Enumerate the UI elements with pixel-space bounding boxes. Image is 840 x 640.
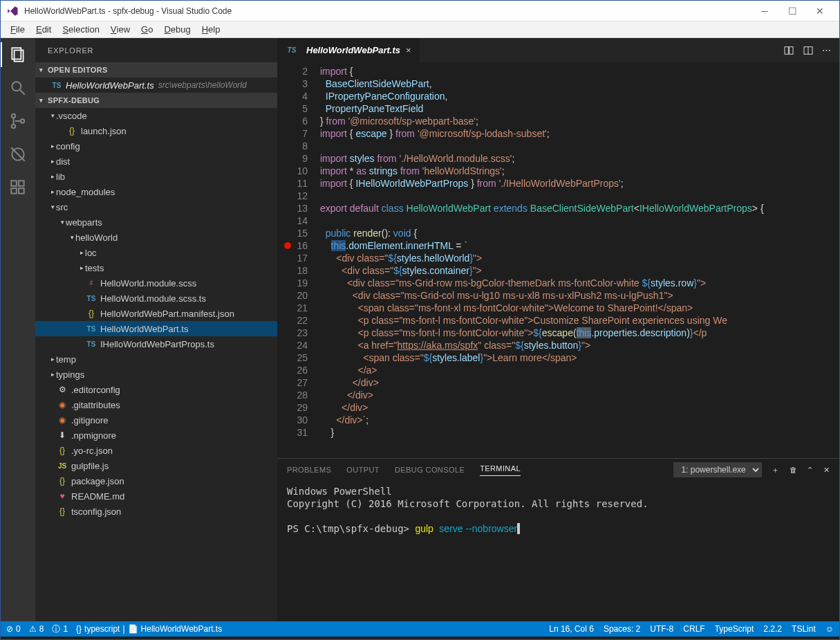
close-panel-icon[interactable]: ✕ [823,466,830,475]
folder-item[interactable]: ▸loc [35,245,277,260]
debug-icon[interactable] [8,145,28,164]
status-info[interactable]: ⓘ1 [52,623,68,635]
folder-item[interactable]: ▾webparts [35,214,277,230]
feedback-icon[interactable]: ☺ [825,624,834,634]
source-control-icon[interactable] [8,111,28,131]
close-button[interactable]: ✕ [806,6,834,17]
folder-item[interactable]: ▸config [35,138,277,154]
status-version[interactable]: 2.2.2 [763,624,782,634]
ts-icon: TS [85,295,97,302]
file-item[interactable]: ⚙.editorconfig [35,382,277,397]
minimize-button[interactable]: ─ [751,6,778,17]
panel-tab-output[interactable]: OUTPUT [346,466,380,474]
file-item[interactable]: ♥README.md [35,488,277,504]
file-name: lib [56,172,65,182]
npm-icon: ⬇ [56,430,68,440]
status-language-mode[interactable]: TypeScript [715,624,754,634]
menu-go[interactable]: Go [136,21,158,37]
open-editor-item[interactable]: TS HelloWorldWebPart.ts src\webparts\hel… [35,77,277,93]
status-indent[interactable]: Spaces: 2 [604,624,640,634]
status-typescript[interactable]: {}typescript|📄HelloWorldWebPart.ts [76,624,222,634]
extensions-icon[interactable] [8,178,28,197]
folder-item[interactable]: ▸temp [35,351,277,367]
file-item[interactable]: ⬇.npmignore [35,428,277,443]
explorer-icon[interactable] [8,45,28,64]
file-item[interactable]: {}launch.json [35,123,277,138]
panel-tab-debug-console[interactable]: DEBUG CONSOLE [395,466,465,474]
svg-point-6 [21,119,24,122]
compare-changes-icon[interactable] [783,45,794,56]
svg-rect-14 [790,46,793,54]
status-tslint[interactable]: TSLint [792,624,816,634]
svg-line-3 [20,90,25,95]
search-icon[interactable] [8,78,28,98]
folder-item[interactable]: ▸tests [35,260,277,275]
terminal-selector[interactable]: 1: powershell.exe [673,462,762,477]
typescript-icon: TS [286,46,298,54]
menu-file[interactable]: File [5,21,30,37]
svg-rect-9 [11,181,17,186]
more-actions-icon[interactable]: ⋯ [822,45,831,55]
folder-item[interactable]: ▾.vscode [35,108,277,123]
project-name: SPFX-DEBUG [48,96,100,104]
file-name: IHelloWorldWebPartProps.ts [100,339,214,349]
status-warnings[interactable]: ⚠8 [29,624,44,634]
maximize-button[interactable]: ☐ [778,6,806,17]
status-eol[interactable]: CRLF [683,624,704,634]
typescript-icon: TS [50,82,63,89]
file-item[interactable]: ◉.gitignore [35,412,277,428]
git-icon: ◉ [56,415,68,425]
status-errors[interactable]: ⊘0 [6,624,21,634]
file-name: HelloWorldWebPart.ts [100,324,188,334]
kill-terminal-icon[interactable]: 🗑 [790,466,797,474]
open-editors-header[interactable]: ▾ OPEN EDITORS [35,62,277,77]
open-editors-label: OPEN EDITORS [48,66,108,74]
folder-item[interactable]: ▸typings [35,367,277,382]
folder-item[interactable]: ▾helloWorld [35,230,277,245]
menu-debug[interactable]: Debug [158,21,196,37]
file-name: README.md [71,491,124,502]
folder-item[interactable]: ▸dist [35,154,277,169]
status-cursor[interactable]: Ln 16, Col 6 [549,624,594,634]
file-item[interactable]: ♯HelloWorld.module.scss [35,275,277,291]
project-header[interactable]: ▾ SPFX-DEBUG [35,93,277,108]
menubar: FileEditSelectionViewGoDebugHelp [1,21,839,38]
file-name: gulpfile.js [71,461,109,471]
folder-item[interactable]: ▾src [35,199,277,214]
split-editor-icon[interactable] [803,45,814,56]
breakpoint-icon[interactable] [284,242,291,249]
folder-item[interactable]: ▸node_modules [35,184,277,199]
terminal-content[interactable]: Windows PowerShell Copyright (C) 2016 Mi… [277,481,839,621]
folder-item[interactable]: ▸lib [35,169,277,184]
file-name: tsconfig.json [71,506,121,517]
panel-tab-problems[interactable]: PROBLEMS [287,466,331,474]
file-tree: ▾.vscode{}launch.json▸config▸dist▸lib▸no… [35,108,277,621]
menu-edit[interactable]: Edit [30,21,57,37]
file-item[interactable]: TSHelloWorld.module.scss.ts [35,291,277,306]
file-item[interactable]: {}package.json [35,473,277,488]
code-content[interactable]: import { BaseClientSideWebPart, IPropert… [317,62,839,458]
file-item[interactable]: {}.yo-rc.json [35,443,277,458]
open-editor-path: src\webparts\helloWorld [158,80,247,90]
file-item[interactable]: {}HelloWorldWebPart.manifest.json [35,306,277,321]
code-editor[interactable]: 2345678910111213141516171819202122232425… [277,62,839,458]
new-terminal-icon[interactable]: ＋ [772,465,779,475]
menu-help[interactable]: Help [196,21,226,37]
file-name: src [56,202,68,212]
status-encoding[interactable]: UTF-8 [650,624,673,634]
file-name: config [56,141,80,152]
close-tab-icon[interactable]: × [406,45,411,55]
file-item[interactable]: {}tsconfig.json [35,504,277,519]
file-item[interactable]: ◉.gitattributes [35,397,277,412]
menu-selection[interactable]: Selection [57,21,104,37]
editor-tab[interactable]: TS HelloWorldWebPart.ts × [277,38,420,62]
file-item[interactable]: TSHelloWorldWebPart.ts [35,321,277,336]
file-item[interactable]: TSIHelloWorldWebPartProps.ts [35,336,277,351]
activity-bar [1,38,35,621]
file-item[interactable]: JSgulpfile.js [35,458,277,473]
maximize-panel-icon[interactable]: ⌃ [807,466,813,475]
status-bar: ⊘0 ⚠8 ⓘ1 {}typescript|📄HelloWorldWebPart… [1,621,839,637]
file-name: node_modules [56,187,115,197]
panel-tab-terminal[interactable]: TERMINAL [480,464,521,476]
menu-view[interactable]: View [105,21,136,37]
